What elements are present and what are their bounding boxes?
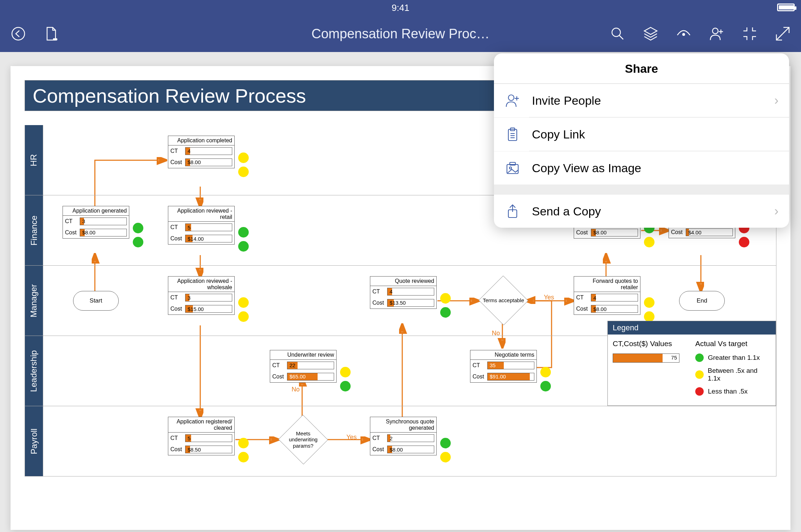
share-person-icon[interactable] <box>709 26 724 41</box>
battery-icon <box>777 4 795 11</box>
svg-line-11 <box>776 34 783 40</box>
expand-icon[interactable] <box>775 26 790 41</box>
box-negotiate[interactable]: Negotiate terms CT35 Cost$91.00 <box>470 350 537 383</box>
lane-label-leadership: Leadership <box>25 336 43 406</box>
eye-icon[interactable] <box>676 26 691 41</box>
lane-label-hr: HR <box>25 125 43 195</box>
svg-point-1 <box>53 39 55 40</box>
svg-line-4 <box>619 35 623 39</box>
svg-point-2 <box>56 39 57 40</box>
box-app-rev-retail[interactable]: Application reviewed - retail CT5 Cost$1… <box>168 206 235 245</box>
chevron-right-icon: › <box>774 93 779 108</box>
legend-item: Less than .5x <box>695 387 771 396</box>
image-icon <box>504 160 521 176</box>
box-app-completed[interactable]: Application completed CT4 Cost$8.00 <box>168 136 235 168</box>
file-icon[interactable] <box>44 26 59 41</box>
status-bar: 9:41 <box>0 0 801 15</box>
svg-line-10 <box>783 27 789 34</box>
share-copy-view[interactable]: Copy View as Image <box>494 151 789 184</box>
svg-point-3 <box>612 28 620 37</box>
popover-arrow <box>710 53 722 55</box>
box-quote-reviewed[interactable]: Quote reviewed CT4 Cost$13.50 <box>370 276 437 309</box>
legend-item: Between .5x and 1.1x <box>695 367 771 382</box>
chevron-right-icon: › <box>774 204 779 219</box>
svg-point-35 <box>509 167 512 169</box>
decision-underwriting[interactable]: Meets underwriting params? <box>279 420 328 459</box>
box-app-generated[interactable]: Application generated CT3 Cost$8.00 <box>63 206 129 239</box>
svg-marker-5 <box>644 27 657 34</box>
svg-point-6 <box>682 33 685 36</box>
clipboard-icon <box>504 126 521 142</box>
share-title: Share <box>494 53 789 84</box>
layers-icon[interactable] <box>643 26 658 41</box>
legend-item: Greater than 1.1x <box>695 353 771 362</box>
svg-point-26 <box>508 95 514 100</box>
decision-terms[interactable]: Terms acceptable <box>479 281 528 320</box>
lane-label-finance: Finance <box>25 195 43 265</box>
document-title: Compensation Review Proc… <box>193 26 608 41</box>
fit-icon[interactable] <box>742 26 757 41</box>
box-app-registered[interactable]: Application registered/ cleared CT5 Cost… <box>168 417 235 455</box>
box-underwriter[interactable]: Underwriter review CT22 Cost$65.00 <box>270 350 337 383</box>
box-app-rev-whole[interactable]: Application reviewed - wholesale CT3 Cos… <box>168 276 235 315</box>
upload-icon <box>504 203 521 219</box>
clock: 9:41 <box>392 2 410 13</box>
box-sync-quote[interactable]: Synchronous quote generated CT2 Cost$8.0… <box>370 417 437 455</box>
start-terminator[interactable]: Start <box>73 291 119 311</box>
svg-point-7 <box>712 28 718 34</box>
share-copy-link[interactable]: Copy Link <box>494 117 789 151</box>
legend: Legend CT,Cost($) Values 75 Actual Vs ta… <box>607 321 776 406</box>
box-forward-quotes[interactable]: Forward quotes to retailer CT4 Cost$8.00 <box>574 276 640 315</box>
toolbar: Compensation Review Proc… <box>0 15 801 52</box>
share-invite-people[interactable]: Invite People › <box>494 84 789 117</box>
back-button[interactable] <box>11 26 26 41</box>
share-send-copy[interactable]: Send a Copy › <box>494 194 789 228</box>
search-icon[interactable] <box>610 26 625 41</box>
lane-label-payroll: Payroll <box>25 406 43 476</box>
end-terminator[interactable]: End <box>679 291 725 311</box>
lane-label-manager: Manager <box>25 266 43 336</box>
person-add-icon <box>504 92 521 109</box>
share-popover: Share Invite People › Copy Link Copy Vie… <box>494 53 789 228</box>
svg-point-0 <box>12 27 25 40</box>
